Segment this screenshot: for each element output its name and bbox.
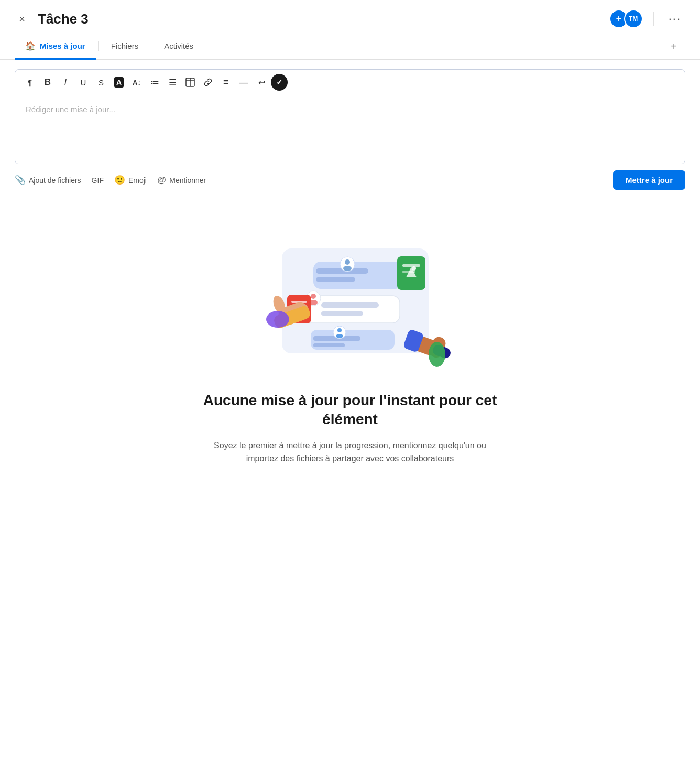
mention-label: Mentionner: [169, 176, 206, 185]
toolbar-underline-button[interactable]: U: [75, 74, 92, 91]
add-tab-button[interactable]: +: [662, 35, 685, 58]
toolbar-font-size-button[interactable]: A↕: [128, 74, 145, 91]
svg-point-38: [429, 342, 445, 367]
empty-state-subtitle: Soyez le premier à mettre à jour la prog…: [203, 439, 497, 466]
paperclip-icon: 📎: [15, 175, 26, 186]
table-icon: [185, 78, 195, 87]
svg-rect-11: [321, 302, 379, 308]
toolbar-align-button[interactable]: ≡: [217, 74, 234, 91]
bottom-actions: 📎 Ajout de fichiers GIF 🙂 Emoji @ Mentio…: [15, 172, 206, 188]
bottom-bar: 📎 Ajout de fichiers GIF 🙂 Emoji @ Mentio…: [0, 164, 700, 196]
toolbar-link-button[interactable]: [200, 74, 216, 91]
empty-state: Aucune mise à jour pour l'instant pour c…: [0, 196, 700, 486]
editor-placeholder: Rédiger une mise à jour...: [26, 105, 115, 114]
svg-point-37: [266, 311, 289, 328]
tab-divider-1: [98, 41, 99, 51]
svg-rect-18: [313, 343, 345, 347]
toolbar-unordered-list-button[interactable]: ☰: [164, 74, 181, 91]
avatar: TM: [624, 9, 643, 28]
mention-button[interactable]: @ Mentionner: [157, 173, 206, 188]
toolbar-font-color-button[interactable]: A: [111, 74, 127, 91]
svg-point-9: [343, 266, 352, 271]
editor-wrapper: ¶ B I U S A A↕ ≔ ☰: [15, 69, 685, 164]
toolbar-paragraph-button[interactable]: ¶: [21, 74, 38, 91]
emoji-icon: 🙂: [114, 175, 125, 186]
header: × Tâche 3 + TM ···: [0, 0, 700, 34]
svg-rect-4: [313, 262, 402, 289]
emoji-label: Emoji: [128, 176, 147, 185]
tab-divider-2: [151, 41, 151, 51]
svg-point-14: [311, 294, 316, 299]
header-divider: [653, 12, 654, 26]
empty-state-title: Aucune mise à jour pour l'instant pour c…: [193, 391, 507, 429]
tab-fichiers[interactable]: Fichiers: [101, 34, 149, 59]
tab-activites[interactable]: Activités: [154, 34, 204, 59]
svg-point-21: [336, 334, 343, 338]
svg-point-8: [345, 259, 350, 265]
home-icon: 🏠: [25, 41, 36, 51]
toolbar-check-button[interactable]: ✓: [271, 74, 288, 91]
header-left: × Tâche 3: [15, 11, 89, 27]
submit-update-button[interactable]: Mettre à jour: [613, 170, 685, 190]
empty-state-illustration: [235, 228, 465, 374]
toolbar-ordered-list-button[interactable]: ≔: [146, 74, 163, 91]
toolbar-italic-button[interactable]: I: [57, 74, 74, 91]
add-files-button[interactable]: 📎 Ajout de fichiers: [15, 172, 81, 188]
svg-rect-23: [402, 264, 420, 267]
svg-point-26: [412, 266, 416, 271]
toolbar-undo-button[interactable]: ↩: [253, 74, 270, 91]
header-right: + TM ···: [609, 9, 685, 28]
svg-rect-12: [321, 311, 363, 316]
toolbar-strikethrough-button[interactable]: S: [93, 74, 110, 91]
page-title: Tâche 3: [38, 11, 89, 27]
toolbar-bold-button[interactable]: B: [39, 74, 56, 91]
toolbar-table-button[interactable]: [182, 74, 199, 91]
tab-divider-3: [206, 41, 206, 51]
tabs-bar: 🏠 Mises à jour Fichiers Activités +: [0, 34, 700, 60]
editor-input[interactable]: Rédiger une mise à jour...: [15, 95, 685, 164]
gif-button[interactable]: GIF: [92, 174, 104, 187]
tab-fichiers-label: Fichiers: [111, 41, 139, 50]
font-color-icon: A: [114, 77, 124, 88]
toolbar-hr-button[interactable]: —: [235, 74, 252, 91]
svg-rect-6: [316, 277, 355, 282]
svg-point-20: [337, 328, 342, 332]
tab-activites-label: Activités: [164, 41, 193, 50]
at-icon: @: [157, 175, 166, 186]
more-options-button[interactable]: ···: [664, 10, 685, 28]
link-icon: [203, 78, 213, 87]
tab-mises-a-jour[interactable]: 🏠 Mises à jour: [15, 34, 96, 60]
emoji-button[interactable]: 🙂 Emoji: [114, 172, 147, 188]
gif-label: GIF: [92, 176, 104, 185]
add-files-label: Ajout de fichiers: [29, 176, 81, 185]
avatar-group[interactable]: + TM: [609, 9, 643, 28]
tab-mises-a-jour-label: Mises à jour: [40, 41, 85, 50]
close-button[interactable]: ×: [15, 12, 29, 26]
toolbar: ¶ B I U S A A↕ ≔ ☰: [15, 70, 685, 95]
